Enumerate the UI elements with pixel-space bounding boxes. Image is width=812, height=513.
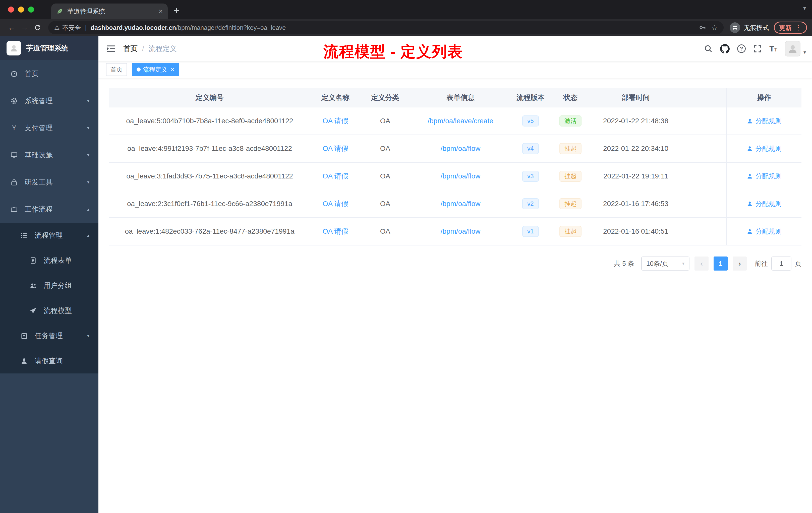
dashboard-icon bbox=[10, 70, 18, 78]
back-button[interactable]: ← bbox=[5, 21, 18, 34]
page-number-1[interactable]: 1 bbox=[714, 256, 728, 271]
incognito-label: 无痕模式 bbox=[744, 24, 769, 32]
deploy-time: 2022-01-22 21:48:38 bbox=[591, 108, 680, 134]
sidebar-logo[interactable]: 芋道管理系统 bbox=[0, 36, 98, 60]
definition-name-link[interactable]: OA 请假 bbox=[323, 116, 348, 126]
sidebar-item-system[interactable]: 系统管理 ▾ bbox=[0, 87, 98, 115]
sidebar-item-process-management[interactable]: 流程管理 ▴ bbox=[0, 223, 98, 248]
status-badge: 挂起 bbox=[559, 143, 581, 154]
pagination-goto: 前往 页 bbox=[755, 256, 802, 271]
workflow-submenu: 流程管理 ▴ 流程表单 用户分组 bbox=[0, 223, 98, 373]
monitor-icon bbox=[10, 151, 18, 159]
definition-id: oa_leave:2:3c1f0ef1-76b1-11ec-9c66-a2380… bbox=[109, 190, 310, 217]
close-window-button[interactable] bbox=[8, 6, 14, 12]
breadcrumb-current: 流程定义 bbox=[149, 44, 177, 54]
new-tab-button[interactable]: + bbox=[174, 5, 179, 16]
sidebar-item-dev-tools[interactable]: 研发工具 ▾ bbox=[0, 169, 98, 196]
form-link[interactable]: /bpm/oa/flow bbox=[441, 228, 481, 235]
fullscreen-icon[interactable] bbox=[753, 44, 762, 53]
zoom-window-button[interactable] bbox=[28, 6, 34, 12]
address-bar[interactable]: ⚠ 不安全 | dashboard.yudao.iocoder.cn/bpm/m… bbox=[48, 21, 724, 34]
definition-name-link[interactable]: OA 请假 bbox=[323, 172, 348, 181]
pagination-total: 共 5 条 bbox=[614, 259, 634, 268]
definition-id: oa_leave:5:004b710b-7b8a-11ec-8ef0-acde4… bbox=[109, 108, 310, 134]
definition-table: 定义编号 定义名称 定义分类 表单信息 流程版本 状态 部署时间 操作 oa_l… bbox=[109, 88, 802, 245]
sidebar-item-label: 请假查询 bbox=[35, 356, 63, 366]
status-badge: 挂起 bbox=[559, 226, 581, 237]
deploy-time: 2022-01-22 20:34:10 bbox=[591, 135, 680, 162]
list-icon bbox=[20, 232, 28, 239]
sidebar-item-workflow[interactable]: 工作流程 ▴ bbox=[0, 196, 98, 223]
window-controls bbox=[8, 6, 34, 12]
avatar[interactable] bbox=[785, 41, 801, 57]
user-menu[interactable]: ▾ bbox=[785, 41, 806, 57]
sidebar-item-infrastructure[interactable]: 基础设施 ▾ bbox=[0, 142, 98, 169]
update-label: 更新 bbox=[779, 24, 792, 32]
assign-rule-button[interactable]: 分配规则 bbox=[747, 117, 782, 125]
sidebar-item-process-model[interactable]: 流程模型 bbox=[0, 298, 98, 323]
github-icon[interactable] bbox=[720, 44, 730, 54]
font-size-icon[interactable]: TT bbox=[769, 45, 777, 53]
sidebar-item-leave-query[interactable]: 请假查询 bbox=[0, 349, 98, 373]
tab-title: 芋道管理系统 bbox=[67, 7, 155, 16]
paper-plane-icon bbox=[29, 307, 37, 315]
definition-id: oa_leave:1:482ec033-762a-11ec-8477-a2380… bbox=[109, 218, 310, 245]
security-label[interactable]: 不安全 bbox=[62, 24, 81, 32]
password-key-icon[interactable] bbox=[699, 24, 706, 31]
browser-tab[interactable]: 芋道管理系统 × bbox=[51, 3, 168, 19]
tab-close-icon[interactable]: × bbox=[159, 8, 163, 15]
bookmark-star-icon[interactable]: ☆ bbox=[711, 24, 718, 32]
tag-home[interactable]: 首页 bbox=[106, 63, 127, 76]
goto-page-input[interactable] bbox=[771, 256, 791, 271]
sidebar-item-label: 流程表单 bbox=[44, 256, 72, 265]
tag-close-icon[interactable]: × bbox=[171, 66, 174, 72]
prev-page-button[interactable]: ‹ bbox=[695, 256, 708, 271]
form-link[interactable]: /bpm/oa/flow bbox=[441, 145, 481, 153]
sidebar-item-label: 基础设施 bbox=[25, 150, 53, 160]
version-badge: v1 bbox=[522, 226, 539, 237]
browser-menu-icon[interactable]: ⋮ bbox=[795, 24, 802, 32]
form-link[interactable]: /bpm/oa/flow bbox=[441, 172, 481, 180]
assign-rule-button[interactable]: 分配规则 bbox=[747, 172, 782, 181]
hamburger-icon[interactable] bbox=[98, 36, 123, 61]
assign-rule-button[interactable]: 分配规则 bbox=[747, 227, 782, 236]
chevron-down-icon: ▾ bbox=[682, 261, 685, 266]
breadcrumb-home[interactable]: 首页 bbox=[123, 44, 138, 54]
page-size-select[interactable]: 10条/页 ▾ bbox=[641, 256, 690, 271]
help-icon[interactable]: ? bbox=[737, 44, 746, 53]
sidebar-item-label: 用户分组 bbox=[44, 281, 72, 291]
minimize-window-button[interactable] bbox=[18, 6, 24, 12]
assign-rule-button[interactable]: 分配规则 bbox=[747, 200, 782, 208]
reload-button[interactable] bbox=[31, 21, 44, 34]
sidebar-item-process-form[interactable]: 流程表单 bbox=[0, 248, 98, 273]
sidebar-item-home[interactable]: 首页 bbox=[0, 60, 98, 87]
definition-name-link[interactable]: OA 请假 bbox=[323, 199, 348, 209]
forward-button[interactable]: → bbox=[18, 21, 31, 34]
definition-name-link[interactable]: OA 请假 bbox=[323, 144, 348, 153]
sidebar-item-user-group[interactable]: 用户分组 bbox=[0, 273, 98, 298]
chrome-update-button[interactable]: 更新 ⋮ bbox=[774, 22, 807, 34]
navbar-actions: ? TT ▾ bbox=[704, 41, 812, 57]
sidebar-item-payment[interactable]: ¥ 支付管理 ▾ bbox=[0, 115, 98, 142]
search-icon[interactable] bbox=[704, 44, 713, 53]
tag-process-definition[interactable]: 流程定义 × bbox=[132, 63, 179, 76]
definition-category: OA bbox=[360, 108, 410, 134]
chevron-down-icon: ▾ bbox=[87, 125, 89, 131]
tab-search-icon[interactable]: ▾ bbox=[803, 5, 806, 11]
tag-label: 流程定义 bbox=[143, 65, 167, 73]
chevron-up-icon: ▴ bbox=[87, 233, 89, 238]
breadcrumb-separator: / bbox=[142, 45, 144, 53]
definition-name-link[interactable]: OA 请假 bbox=[323, 227, 348, 236]
assign-rule-label: 分配规则 bbox=[755, 117, 782, 125]
caret-down-icon[interactable]: ▾ bbox=[804, 49, 806, 55]
table-header-row: 定义编号 定义名称 定义分类 表单信息 流程版本 状态 部署时间 操作 bbox=[109, 88, 802, 108]
sidebar-item-task-management[interactable]: 任务管理 ▾ bbox=[0, 323, 98, 349]
form-link[interactable]: /bpm/oa/leave/create bbox=[428, 117, 493, 125]
page-content: 定义编号 定义名称 定义分类 表单信息 流程版本 状态 部署时间 操作 oa_l… bbox=[98, 78, 812, 513]
form-link[interactable]: /bpm/oa/flow bbox=[441, 200, 481, 208]
assign-rule-button[interactable]: 分配规则 bbox=[747, 144, 782, 153]
sidebar-item-label: 工作流程 bbox=[25, 205, 53, 214]
security-warning-icon[interactable]: ⚠ bbox=[54, 24, 60, 31]
next-page-button[interactable]: › bbox=[733, 256, 747, 271]
filler-cell bbox=[680, 218, 726, 245]
